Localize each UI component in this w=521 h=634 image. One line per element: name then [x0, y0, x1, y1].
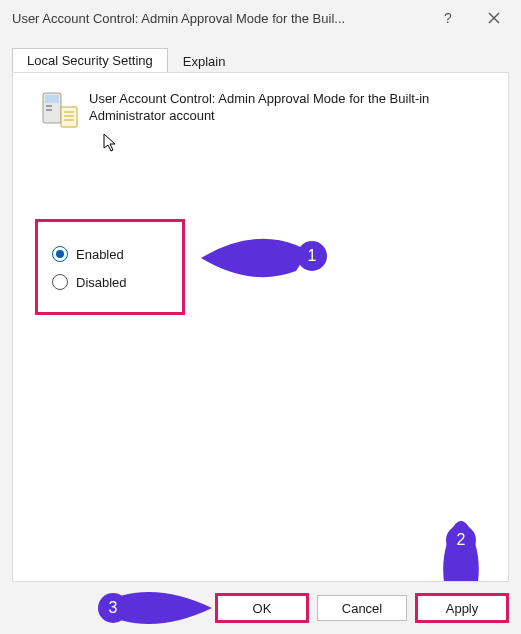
svg-rect-4 — [46, 109, 52, 111]
help-button[interactable]: ? — [425, 3, 471, 33]
annotation-3: 3 — [92, 588, 212, 631]
annotation-badge: 2 — [446, 525, 476, 555]
policy-header: User Account Control: Admin Approval Mod… — [13, 73, 508, 137]
annotation-badge: 1 — [297, 241, 327, 271]
svg-rect-5 — [61, 107, 77, 127]
content: Local Security Setting Explain — [0, 36, 521, 582]
annotation-2: 2 — [431, 513, 491, 582]
svg-rect-2 — [45, 95, 59, 103]
tabstrip: Local Security Setting Explain — [12, 46, 509, 72]
radio-dot-icon — [52, 246, 68, 262]
annotation-badge: 3 — [98, 593, 128, 623]
radio-enabled-label: Enabled — [76, 247, 124, 262]
radio-group: Enabled Disabled — [35, 219, 185, 315]
svg-rect-3 — [46, 105, 52, 107]
tab-panel: User Account Control: Admin Approval Mod… — [12, 72, 509, 582]
close-button[interactable] — [471, 3, 517, 33]
window-title: User Account Control: Admin Approval Mod… — [12, 11, 425, 26]
dialog-window: User Account Control: Admin Approval Mod… — [0, 0, 521, 634]
apply-button[interactable]: Apply — [417, 595, 507, 621]
tab-local-security-setting[interactable]: Local Security Setting — [12, 48, 168, 73]
tab-explain[interactable]: Explain — [168, 49, 241, 73]
cancel-button[interactable]: Cancel — [317, 595, 407, 621]
radio-disabled[interactable]: Disabled — [52, 274, 168, 290]
titlebar: User Account Control: Admin Approval Mod… — [0, 0, 521, 36]
policy-icon — [37, 87, 81, 131]
svg-text:?: ? — [444, 10, 452, 26]
radio-disabled-label: Disabled — [76, 275, 127, 290]
radio-enabled[interactable]: Enabled — [52, 246, 168, 262]
ok-button[interactable]: OK — [217, 595, 307, 621]
radio-dot-icon — [52, 274, 68, 290]
annotation-1: 1 — [201, 233, 331, 286]
policy-title: User Account Control: Admin Approval Mod… — [89, 87, 494, 125]
dialog-footer: 3 OK Cancel Apply — [0, 582, 521, 634]
